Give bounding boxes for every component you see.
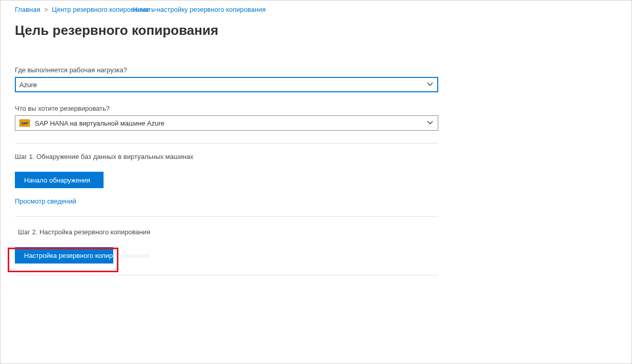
chevron-down-icon [426, 80, 434, 89]
ghost-trail-text: опирования [113, 252, 150, 259]
start-discovery-button-label: Начало обнаружения [24, 176, 90, 184]
step1-label: Шаг 1. Обнаружение баз данных в виртуаль… [15, 153, 617, 160]
configure-backup-button[interactable]: Настройка резервного копирования [15, 247, 113, 264]
step1-section: Шаг 1. Обнаружение баз данных в виртуаль… [15, 153, 617, 205]
workload-location-value: Azure [19, 81, 37, 89]
chevron-down-icon [426, 119, 434, 128]
step2-section: Шаг 2. Настройка резервного копирования … [15, 228, 617, 264]
divider [15, 143, 438, 144]
divider [15, 275, 438, 275]
page-title: Цель резервного копирования [15, 23, 617, 38]
backup-target-field: Что вы хотите резервировать? SAP SAP HAN… [15, 105, 438, 131]
breadcrumb-home[interactable]: Главная [15, 6, 40, 13]
backup-target-select[interactable]: SAP SAP HANA на виртуальной машине Azure [15, 115, 438, 131]
workload-location-label: Где выполняется рабочая нагрузка? [15, 66, 438, 74]
divider [15, 216, 438, 217]
configure-backup-button-label: Настройка резервного копирования [24, 252, 113, 259]
workload-location-select[interactable]: Azure [15, 77, 438, 92]
breadcrumb: Главная > Центр резервного копирования >… [15, 6, 617, 13]
breadcrumb-separator: > [44, 6, 48, 13]
sap-icon: SAP [19, 119, 30, 127]
workload-location-field: Где выполняется рабочая нагрузка? Azure [15, 66, 438, 92]
breadcrumb-overlay-text: Начать настройку резервного копирования [133, 6, 266, 13]
start-discovery-button[interactable]: Начало обнаружения [15, 172, 104, 188]
view-details-link[interactable]: Просмотр сведений [15, 197, 76, 205]
backup-target-label: Что вы хотите резервировать? [15, 105, 438, 112]
step2-label: Шаг 2. Настройка резервного копирования [18, 228, 617, 236]
backup-target-value: SAP HANA на виртуальной машине Azure [35, 119, 165, 127]
